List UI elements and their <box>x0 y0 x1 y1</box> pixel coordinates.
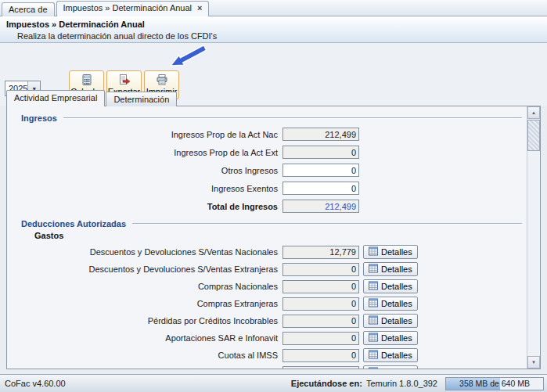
scroll-up-button[interactable]: ▲ <box>527 106 540 119</box>
form-row: Ingresos Prop de la Act Nac <box>15 125 527 143</box>
calculator-icon <box>81 74 93 86</box>
detalles-label: Detalles <box>381 368 412 369</box>
status-bar: CoFac v4.60.00 Ejecutándose en: Temurin … <box>0 374 547 392</box>
field-label: Descuentos y Devoluciones S/Ventas Nacio… <box>15 247 282 257</box>
page-header: Impuestos » Determinación Anual Realiza … <box>0 16 547 43</box>
field-label: Cuotas al IMSS <box>15 351 282 360</box>
close-icon[interactable]: × <box>197 3 202 13</box>
detalles-button[interactable]: Detalles <box>363 348 418 362</box>
runtime-name: Temurin 1.8.0_392 <box>366 379 437 388</box>
detalles-label: Detalles <box>381 282 412 291</box>
field-label: Ingresos Prop de la Act Ext <box>15 148 282 157</box>
window-tab-acerca-de[interactable]: Acerca de <box>2 2 55 16</box>
detalles-label: Detalles <box>381 264 412 274</box>
amount-input[interactable] <box>282 332 359 345</box>
section-heading-deducciones: Deducciones Autorizadas <box>21 219 126 228</box>
scroll-thumb[interactable] <box>527 120 540 151</box>
window-tab-label: Impuestos » Determinación Anual <box>63 3 192 13</box>
form-row: Descuentos y Devoluciones S/Ventas Extra… <box>15 261 527 278</box>
subsection-gastos: Gastos <box>15 231 527 243</box>
form-row: Otros Ingresos <box>15 161 527 179</box>
form-row-total: Total de Ingresos <box>15 197 527 215</box>
amount-input[interactable] <box>282 366 359 369</box>
details-grid-icon <box>369 298 378 309</box>
section-heading-ingresos: Ingresos <box>21 113 57 123</box>
field-label: Sueldos/Asimilables a Otros Trabajadores <box>15 368 282 369</box>
content-tab-bar: Actividad Empresarial Determinación <box>6 90 178 106</box>
field-label: Compras Extranjeras <box>15 299 282 308</box>
field-label: Ingresos Prop de la Act Nac <box>15 130 282 139</box>
form-row: Ingresos Prop de la Act Ext <box>15 143 527 161</box>
window-tab-bar: Acerca de Impuestos » Determinación Anua… <box>0 0 547 16</box>
section-rule <box>132 223 522 225</box>
page-subtitle: Realiza la determinación anual directo d… <box>0 29 547 41</box>
amount-input[interactable] <box>282 182 359 195</box>
running-on-label: Ejecutándose en: <box>291 379 362 388</box>
form-row: Sueldos/Asimilables a Otros Trabajadores… <box>15 364 527 369</box>
tab-actividad-empresarial[interactable]: Actividad Empresarial <box>6 90 105 106</box>
detalles-button[interactable]: Detalles <box>363 245 418 259</box>
amount-input[interactable] <box>282 263 359 276</box>
amount-input[interactable] <box>282 164 359 177</box>
content-tab-label: Determinación <box>113 95 169 104</box>
amount-input[interactable] <box>282 280 359 293</box>
form-row: Compras Nacionales Detalles <box>15 278 527 295</box>
detalles-button[interactable]: Detalles <box>363 365 418 369</box>
content-panel: Ingresos Ingresos Prop de la Act Nac Ing… <box>6 106 541 369</box>
amount-input[interactable] <box>282 146 359 159</box>
field-label: Ingresos Exentos <box>15 184 282 193</box>
details-grid-icon <box>369 264 378 275</box>
memory-indicator: 358 MB de 640 MB <box>445 377 544 390</box>
form-row: Cuotas al IMSS Detalles <box>15 347 527 364</box>
toolbar-area: 2025 ▼ Calcular <box>0 43 547 106</box>
details-grid-icon <box>369 333 378 343</box>
page-title: Impuestos » Determinación Anual <box>0 16 547 29</box>
tab-determinacion[interactable]: Determinación <box>106 92 177 106</box>
export-icon <box>118 74 131 86</box>
details-grid-icon <box>369 367 378 369</box>
field-label: Descuentos y Devoluciones S/Ventas Extra… <box>15 264 282 274</box>
detalles-button[interactable]: Detalles <box>363 279 418 293</box>
arrow-up-icon: ▲ <box>531 110 536 115</box>
field-label: Pérdidas por Créditos Incobrables <box>15 316 282 325</box>
field-label: Otros Ingresos <box>15 166 282 175</box>
form-row: Ingresos Exentos <box>15 179 527 197</box>
amount-input[interactable] <box>282 297 359 311</box>
detalles-button[interactable]: Detalles <box>363 262 418 276</box>
details-grid-icon <box>369 315 378 326</box>
details-grid-icon <box>369 281 378 292</box>
window-tab-label: Acerca de <box>9 5 48 14</box>
app-version: CoFac v4.60.00 <box>0 379 291 388</box>
detalles-label: Detalles <box>381 299 412 308</box>
arrow-down-icon: ▼ <box>531 360 536 365</box>
form-row: Compras Extranjeras Detalles <box>15 295 527 312</box>
section-rule <box>63 117 522 119</box>
section-ingresos-header: Ingresos <box>15 111 527 125</box>
detalles-label: Detalles <box>381 333 412 343</box>
detalles-label: Detalles <box>381 351 412 360</box>
details-grid-icon <box>369 246 378 257</box>
form-row: Descuentos y Devoluciones S/Ventas Nacio… <box>15 243 527 261</box>
memory-text: 358 MB de 640 MB <box>446 378 543 390</box>
window-tab-impuestos[interactable]: Impuestos » Determinación Anual× <box>56 1 210 16</box>
amount-input[interactable] <box>282 200 359 213</box>
field-label: Total de Ingresos <box>15 202 282 211</box>
annotation-arrow-icon <box>161 43 210 76</box>
form-row: Pérdidas por Créditos Incobrables Detall… <box>15 312 527 329</box>
details-grid-icon <box>369 350 378 361</box>
form-row: Aportaciones SAR e Infonavit Detalles <box>15 329 527 347</box>
content-tab-label: Actividad Empresarial <box>14 93 97 102</box>
scroll-down-button[interactable]: ▼ <box>527 356 540 369</box>
detalles-button[interactable]: Detalles <box>363 314 418 328</box>
vertical-scrollbar[interactable]: ▲ ▼ <box>527 106 540 369</box>
detalles-label: Detalles <box>381 247 412 257</box>
detalles-button[interactable]: Detalles <box>363 297 418 311</box>
form-area: Ingresos Ingresos Prop de la Act Nac Ing… <box>7 106 527 369</box>
amount-input[interactable] <box>282 128 359 141</box>
amount-input[interactable] <box>282 315 359 328</box>
detalles-button[interactable]: Detalles <box>363 331 418 345</box>
detalles-label: Detalles <box>381 316 412 325</box>
amount-input[interactable] <box>282 246 359 259</box>
amount-input[interactable] <box>282 349 359 362</box>
field-label: Compras Nacionales <box>15 282 282 291</box>
